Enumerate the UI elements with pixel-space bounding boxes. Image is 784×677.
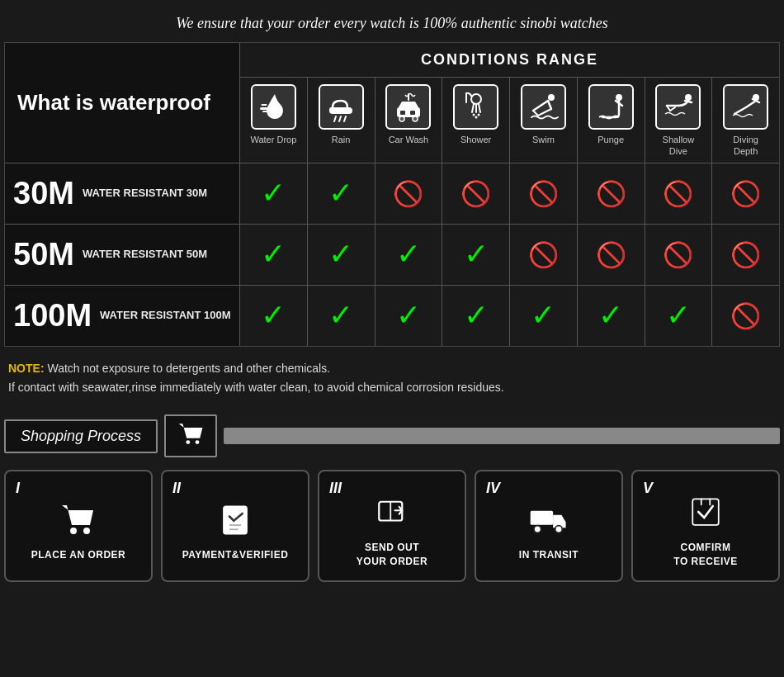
svg-point-31	[534, 525, 541, 533]
note-line1: NOTE: Watch not exposure to detergents a…	[8, 359, 776, 379]
step-1-num: I	[16, 480, 20, 497]
cell-30m-4: 🚫	[442, 163, 510, 224]
svg-point-15	[475, 116, 477, 118]
cell-100m-4: ✓	[442, 286, 510, 346]
note-text: Watch not exposure to detergents and oth…	[45, 362, 331, 375]
row-100m-desc: WATER RESISTANT 100M	[100, 309, 230, 323]
step-2-icon	[215, 502, 255, 540]
row-50m: 50M WATER RESISTANT 50M ✓ ✓ ✓ ✓ 🚫 🚫 🚫 🚫	[5, 224, 779, 285]
svg-line-3	[334, 116, 336, 121]
svg-rect-33	[692, 499, 719, 525]
col-water-drop: Water Drop	[240, 78, 308, 163]
row-30m: 30M WATER RESISTANT 30M ✓ ✓ 🚫 🚫 🚫 🚫 🚫 🚫	[5, 163, 779, 224]
cell-100m-6: ✓	[578, 286, 645, 346]
row-30m-desc: WATER RESISTANT 30M	[83, 187, 207, 201]
svg-point-23	[70, 528, 77, 534]
shopping-title: Shopping Process	[4, 419, 158, 453]
cell-50m-8: 🚫	[712, 225, 779, 285]
col-label-diving-depth: DivingDepth	[733, 134, 758, 158]
note-line2: If contact with seawater,rinse immediate…	[8, 378, 776, 398]
car-wash-icon	[385, 84, 431, 130]
svg-line-4	[339, 116, 341, 121]
col-plunge: Punge	[578, 78, 645, 163]
step-5-icon	[686, 495, 725, 533]
col-label-water-drop: Water Drop	[250, 134, 296, 145]
col-shower: Shower	[442, 78, 510, 163]
col-diving-depth: DivingDepth	[712, 78, 779, 163]
steps-row: I PLACE AN ORDER II	[4, 470, 780, 599]
svg-rect-2	[262, 111, 267, 112]
col-shallow-dive: ShallowDive	[645, 78, 713, 163]
cell-30m-7: 🚫	[645, 163, 713, 224]
waterproof-title-cell: What is waterproof	[5, 43, 240, 163]
step-1-card: I PLACE AN ORDER	[4, 470, 153, 582]
waterproof-table: What is waterproof CONDITIONS RANGE Wate…	[4, 42, 780, 347]
cell-50m-5: 🚫	[510, 225, 578, 285]
cell-30m-1: ✓	[240, 163, 308, 224]
diving-depth-icon	[723, 84, 768, 130]
svg-line-5	[344, 116, 346, 121]
cell-50m-6: 🚫	[578, 225, 645, 285]
step-2-num: II	[172, 480, 181, 497]
svg-point-21	[186, 440, 190, 444]
col-swim: Swim	[510, 78, 578, 163]
cell-30m-2: ✓	[308, 163, 375, 224]
row-100m-cells: ✓ ✓ ✓ ✓ ✓ ✓ ✓ 🚫	[240, 286, 779, 346]
svg-point-12	[471, 94, 481, 104]
icon-row: Water Drop Rain	[240, 78, 779, 163]
svg-rect-0	[260, 107, 268, 110]
cell-100m-1: ✓	[240, 286, 308, 346]
col-label-rain: Rain	[332, 134, 351, 145]
svg-point-10	[413, 116, 418, 121]
row-50m-cells: ✓ ✓ ✓ ✓ 🚫 🚫 🚫 🚫	[240, 225, 779, 285]
svg-point-9	[399, 116, 404, 121]
row-50m-left: 50M WATER RESISTANT 50M	[5, 225, 240, 285]
cell-30m-3: 🚫	[375, 163, 443, 224]
step-2-card: II PAYMENT&VERIFIED	[161, 470, 309, 582]
plunge-icon	[588, 84, 634, 130]
row-30m-meter: 30M	[13, 176, 74, 211]
col-car-wash: Car Wash	[375, 78, 443, 163]
step-1-label: PLACE AN ORDER	[31, 548, 126, 562]
step-5-card: V COMFIRMTO RECEIVE	[631, 470, 780, 582]
data-rows: 30M WATER RESISTANT 30M ✓ ✓ 🚫 🚫 🚫 🚫 🚫 🚫 …	[5, 163, 779, 346]
shopping-cart-icon-box	[164, 414, 217, 457]
svg-rect-8	[410, 111, 415, 115]
step-3-label: SEND OUTYOUR ORDER	[357, 541, 427, 569]
step-4-icon	[529, 502, 569, 540]
water-drop-icon	[251, 84, 296, 130]
svg-point-24	[83, 528, 90, 534]
cell-30m-6: 🚫	[578, 163, 645, 224]
step-5-num: V	[643, 480, 653, 497]
conditions-title: CONDITIONS RANGE	[240, 43, 779, 78]
row-30m-left: 30M WATER RESISTANT 30M	[5, 163, 240, 224]
cell-100m-7: ✓	[645, 286, 713, 346]
cell-50m-3: ✓	[375, 225, 443, 285]
step-4-num: IV	[486, 480, 500, 497]
step-4-card: IV IN TRANSIT	[475, 470, 623, 582]
svg-point-17	[548, 94, 555, 101]
step-3-num: III	[329, 480, 342, 497]
cell-50m-2: ✓	[308, 225, 375, 285]
row-100m-left: 100M WATER RESISTANT 100M	[5, 286, 240, 346]
top-banner: We ensure that your order every watch is…	[0, 0, 784, 42]
col-label-plunge: Punge	[597, 134, 624, 145]
row-50m-desc: WATER RESISTANT 50M	[83, 248, 207, 262]
cell-30m-5: 🚫	[510, 163, 578, 224]
cell-100m-2: ✓	[308, 286, 375, 346]
shopping-section: Shopping Process I PLACE AN ORDER	[0, 414, 784, 599]
shower-icon	[453, 84, 498, 130]
waterproof-title: What is waterproof	[17, 90, 210, 116]
step-5-label: COMFIRMTO RECEIVE	[673, 541, 737, 569]
row-100m: 100M WATER RESISTANT 100M ✓ ✓ ✓ ✓ ✓ ✓ ✓ …	[5, 285, 779, 346]
cell-100m-5: ✓	[510, 286, 578, 346]
row-50m-meter: 50M	[13, 237, 74, 272]
step-3-icon	[372, 495, 412, 533]
note-label: NOTE:	[8, 362, 45, 375]
cart-icon	[177, 421, 204, 447]
table-header: What is waterproof CONDITIONS RANGE Wate…	[5, 43, 779, 163]
shallow-dive-icon	[655, 84, 701, 130]
col-label-shallow-dive: ShallowDive	[663, 134, 695, 158]
cell-50m-4: ✓	[442, 225, 510, 285]
step-1-icon	[59, 502, 98, 540]
